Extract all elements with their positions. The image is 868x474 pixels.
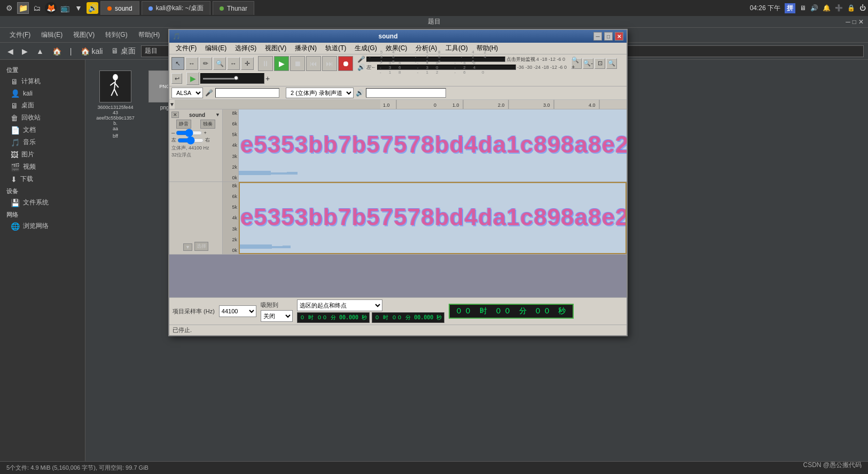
fm-menu-file[interactable]: 文件(F) <box>4 29 36 41</box>
aud-tool-zoom[interactable]: 🔍 <box>213 57 226 70</box>
aud-volume-slider[interactable] <box>176 131 202 135</box>
aud-menu-transport[interactable]: 播录(N) <box>291 43 321 54</box>
close-icon[interactable]: ✕ <box>858 18 864 26</box>
sidebar-item-pictures[interactable]: 🖼图片 <box>0 148 85 161</box>
svg-rect-36 <box>283 246 291 248</box>
aud-playhead-slider[interactable] <box>200 73 264 84</box>
sidebar-item-computer[interactable]: 🖥计算机 <box>0 75 85 88</box>
aud-stop-btn[interactable]: ⏹ <box>290 56 305 71</box>
taskbar-tab-sound[interactable]: sound <box>100 1 139 15</box>
aud-tool-multi[interactable]: ✛ <box>241 57 254 70</box>
sidebar-item-filesystem[interactable]: 💾文件系统 <box>0 196 85 209</box>
fm-back-btn[interactable]: ◀ <box>4 46 17 57</box>
fm-desktop-btn[interactable]: 🖥 桌面 <box>108 45 139 57</box>
aud-flag-text-top: flag: e5353bb7b57578bd4da1c898a8e2d767 <box>239 131 627 157</box>
aud-zoom-fit-btn[interactable]: ⊡ <box>595 58 605 69</box>
ime-indicator[interactable]: 拼 <box>785 3 795 13</box>
fm-up-btn[interactable]: ▲ <box>33 46 47 57</box>
app-icon-2[interactable]: 🗂 <box>31 2 43 14</box>
aud-menu-view[interactable]: 视图(V) <box>261 43 291 54</box>
aud-close-btn[interactable]: ✕ <box>615 32 623 41</box>
start-icon[interactable]: ⚙ <box>3 2 15 14</box>
aud-channel-select[interactable]: 2 (立体声) 录制声道 <box>286 88 354 98</box>
aud-zoom-sel-btn[interactable]: 🔍 <box>606 58 617 69</box>
taskbar-tab-terminal[interactable]: kali@kali: ~/桌面 <box>142 1 210 15</box>
fm-menu-goto[interactable]: 转到(G) <box>100 29 132 41</box>
aud-input-icon[interactable]: 🎤 <box>205 89 213 97</box>
svg-text:4.0: 4.0 <box>589 102 596 108</box>
aud-tool-select[interactable]: ↖ <box>171 57 184 70</box>
aud-track-menu-btn[interactable]: ▼ <box>215 112 220 117</box>
aud-solo-btn[interactable]: 独奏 <box>200 120 215 129</box>
aud-input-source[interactable] <box>215 88 279 98</box>
sidebar-item-videos[interactable]: 🎬视频 <box>0 161 85 173</box>
aud-pause-btn[interactable]: ⏸ <box>258 56 273 71</box>
aud-mute-btn[interactable]: 静音 <box>176 120 191 129</box>
aud-skipstart-btn[interactable]: ⏮ <box>306 56 321 71</box>
fm-nav-btn[interactable]: | <box>67 46 75 57</box>
fm-forward-btn[interactable]: ▶ <box>19 46 31 57</box>
sidebar-item-network[interactable]: 🌐浏览网络 <box>0 220 85 232</box>
aud-time-start-display[interactable]: ０ 时 ００ 分 00.000 秒 <box>297 312 370 323</box>
taskbar-tab-thunar[interactable]: Thunar <box>213 1 254 15</box>
fm-home-btn[interactable]: 🏠 <box>49 46 65 57</box>
sidebar-item-trash[interactable]: 🗑回收站 <box>0 112 85 124</box>
aud-input-device-select[interactable]: ALSA <box>171 88 203 98</box>
sidebar-item-docs[interactable]: 📄文档 <box>0 124 85 136</box>
aud-skipend-btn[interactable]: ⏭ <box>322 56 337 71</box>
aud-maximize-btn[interactable]: □ <box>604 32 613 41</box>
aud-expand-btn[interactable]: ▼ <box>183 243 192 251</box>
aud-menu-file[interactable]: 文件(F) <box>171 43 201 54</box>
taskbar-icon-power[interactable]: ⏻ <box>859 4 866 12</box>
sidebar-item-kali[interactable]: 👤kali <box>0 88 85 99</box>
taskbar-icon-volume[interactable]: 🔊 <box>810 4 818 12</box>
aud-track-close-btn[interactable]: ✕ <box>171 112 179 118</box>
maximize-icon[interactable]: □ <box>853 18 856 26</box>
fm-menu-help[interactable]: 帮助(H) <box>133 29 166 41</box>
app-icon-1[interactable]: 📁 <box>17 2 29 14</box>
app-icon-5[interactable]: ▼ <box>73 2 84 14</box>
aud-tool-draw[interactable]: ✏ <box>199 57 212 70</box>
aud-waveform-top[interactable]: flag: e5353bb7b57578bd4da1c898a8e2d767 <box>239 109 627 181</box>
aud-zoom-out-btn[interactable]: 🔍- <box>583 58 593 69</box>
aud-record-btn[interactable]: ⏺ <box>338 56 353 71</box>
aud-snap-option-select[interactable]: 选区的起点和终点 <box>297 299 382 311</box>
aud-output-device[interactable] <box>366 88 446 98</box>
fm-menu-edit[interactable]: 编辑(E) <box>36 29 68 41</box>
fm-menu-view[interactable]: 视图(V) <box>68 29 100 41</box>
aud-pan-slider[interactable] <box>177 138 204 143</box>
aud-output-vol-icon[interactable]: 🔊 <box>356 89 364 97</box>
aud-menu-select[interactable]: 选择(S) <box>231 43 261 54</box>
sidebar-item-music[interactable]: 🎵音乐 <box>0 136 85 148</box>
aud-minimize-btn[interactable]: ─ <box>593 32 602 41</box>
taskbar-icon-lock[interactable]: 🔒 <box>847 4 855 12</box>
aud-tool-timeshift[interactable]: ↔ <box>227 57 240 70</box>
sidebar-item-desktop[interactable]: 🖥桌面 <box>0 99 85 112</box>
list-item[interactable]: 3600c13125fe4443aeef3c55b9c1357b.aa bff <box>94 68 137 141</box>
aud-play-green-btn[interactable]: ▶ <box>186 72 199 85</box>
sidebar-item-downloads[interactable]: ⬇下载 <box>0 173 85 185</box>
aud-waveform-bottom[interactable]: flag: e5353bb7b57578bd4da1c898a8e2d767 <box>239 182 627 254</box>
aud-play-btn[interactable]: ▶ <box>274 56 289 71</box>
app-icon-6[interactable]: 🔊 <box>87 2 98 14</box>
aud-speaker-icon[interactable]: 🔊 <box>357 64 365 71</box>
fm-status-text: 5个文件: 4.9 MiB (5,160,006 字节), 可用空间: 99.7… <box>6 464 148 472</box>
taskbar-icon-notify[interactable]: 🔔 <box>823 4 831 12</box>
aud-time-end-display[interactable]: ０ 时 ００ 分 00.000 秒 <box>372 312 444 323</box>
app-icon-4[interactable]: 📺 <box>59 2 71 14</box>
aud-zoom-prev-btn[interactable]: ↩ <box>171 73 182 84</box>
aud-sample-rate-select[interactable]: 44100 <box>219 305 256 317</box>
aud-select-btn[interactable]: 选择 <box>194 242 208 251</box>
aud-zoom-in-btn[interactable]: 🔍+ <box>571 58 582 69</box>
aud-snap-mode-select[interactable]: 关闭 <box>261 310 293 322</box>
aud-mic-icon[interactable]: 🎤 <box>357 56 365 63</box>
taskbar-icon-add[interactable]: ➕ <box>835 4 843 12</box>
aud-snap-col: 吸附到 关闭 <box>261 301 293 322</box>
minimize-icon[interactable]: ─ <box>846 18 850 26</box>
app-icon-3[interactable]: 🦊 <box>45 2 57 14</box>
aud-input-meter[interactable]: -54 -48 -42 -36 -30 -24 -18 -12 -6 0 <box>366 57 505 62</box>
aud-tool-envelope[interactable]: ↔ <box>185 57 198 70</box>
aud-menu-tracks[interactable]: 轨道(T) <box>321 43 350 54</box>
aud-menu-edit[interactable]: 编辑(E) <box>201 43 231 54</box>
fm-bookmark-btn[interactable]: 🏠 kali <box>77 46 106 57</box>
